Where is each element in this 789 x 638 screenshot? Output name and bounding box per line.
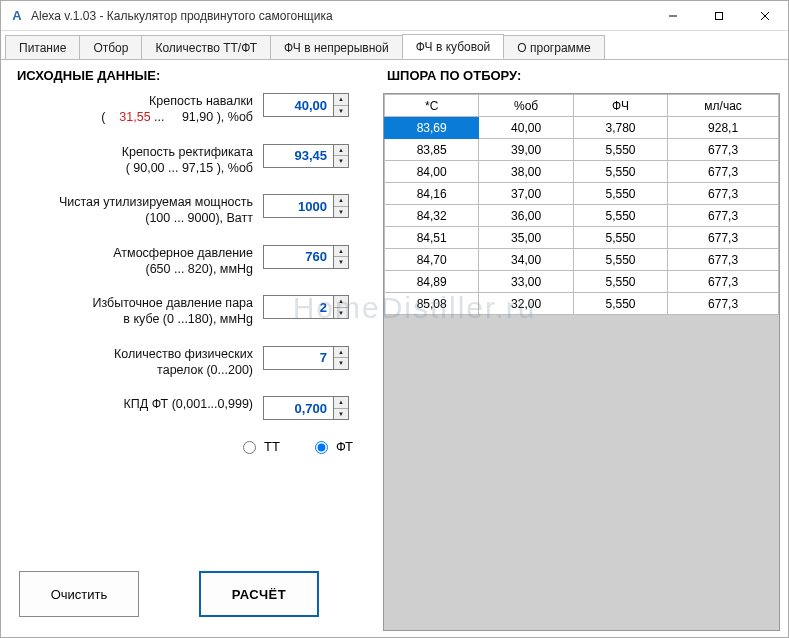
table-row[interactable]: 83,6940,003,780928,1	[385, 117, 779, 139]
tab-selection[interactable]: Отбор	[79, 35, 142, 59]
input-panel: ИСХОДНЫЕ ДАННЫЕ: Крепость навалки ( 31,5…	[13, 68, 383, 631]
table-row[interactable]: 85,0832,005,550677,3	[385, 293, 779, 315]
spin-up-icon[interactable]: ▲	[334, 94, 348, 106]
spin-down-icon[interactable]: ▼	[334, 156, 348, 167]
spin-down-icon[interactable]: ▼	[334, 409, 348, 420]
table-row[interactable]: 83,8539,005,550677,3	[385, 139, 779, 161]
input-atm-pressure[interactable]	[263, 245, 333, 269]
spin-down-icon[interactable]: ▼	[334, 358, 348, 369]
table-cell: 5,550	[573, 139, 667, 161]
table-row[interactable]: 84,1637,005,550677,3	[385, 183, 779, 205]
field-atm-pressure: Атмосферное давление (650 ... 820), ммHg…	[13, 245, 383, 278]
spin-down-icon[interactable]: ▼	[334, 308, 348, 319]
table-cell: 5,550	[573, 293, 667, 315]
tab-power[interactable]: Питание	[5, 35, 80, 59]
field-strength-rect: Крепость ректификата ( 90,00 ... 97,15 )…	[13, 144, 383, 177]
table-cell: 677,3	[668, 183, 779, 205]
input-heading: ИСХОДНЫЕ ДАННЫЕ:	[17, 68, 383, 83]
window-controls	[650, 1, 788, 30]
svg-rect-1	[716, 12, 723, 19]
col-temp[interactable]: *C	[385, 95, 479, 117]
table-cell: 33,00	[479, 271, 573, 293]
tab-fch-continuous[interactable]: ФЧ в непрерывной	[270, 35, 403, 59]
table-cell: 83,69	[385, 117, 479, 139]
table-cell: 40,00	[479, 117, 573, 139]
col-mlhr[interactable]: мл/час	[668, 95, 779, 117]
input-strength-rect[interactable]	[263, 144, 333, 168]
table-cell: 5,550	[573, 183, 667, 205]
label-strength-wash: Крепость навалки ( 31,55 ... 91,90 ), %о…	[13, 93, 263, 126]
spin-up-icon[interactable]: ▲	[334, 347, 348, 359]
table-cell: 35,00	[479, 227, 573, 249]
radio-tt[interactable]: ТТ	[238, 438, 280, 454]
app-icon: A	[9, 8, 25, 24]
label-atm-pressure: Атмосферное давление (650 ... 820), ммHg	[13, 245, 263, 278]
table-cell: 677,3	[668, 249, 779, 271]
table-cell: 677,3	[668, 271, 779, 293]
result-table: *C %об ФЧ мл/час 83,6940,003,780928,183,…	[384, 94, 779, 315]
table-row[interactable]: 84,8933,005,550677,3	[385, 271, 779, 293]
table-cell: 84,00	[385, 161, 479, 183]
col-volpct[interactable]: %об	[479, 95, 573, 117]
table-cell: 32,00	[479, 293, 573, 315]
tab-fch-cube[interactable]: ФЧ в кубовой	[402, 34, 505, 59]
tab-count-tt-ft[interactable]: Количество ТТ/ФТ	[141, 35, 271, 59]
table-cell: 928,1	[668, 117, 779, 139]
table-row[interactable]: 84,3236,005,550677,3	[385, 205, 779, 227]
window-title: Alexa v.1.03 - Калькулятор продвинутого …	[31, 9, 650, 23]
table-row[interactable]: 84,5135,005,550677,3	[385, 227, 779, 249]
spin-up-icon[interactable]: ▲	[334, 296, 348, 308]
label-strength-rect: Крепость ректификата ( 90,00 ... 97,15 )…	[13, 144, 263, 177]
calc-button[interactable]: РАСЧЁТ	[199, 571, 319, 617]
maximize-button[interactable]	[696, 1, 742, 30]
table-empty-area	[384, 315, 779, 631]
radio-ft[interactable]: ФТ	[310, 438, 353, 454]
table-header-row: *C %об ФЧ мл/час	[385, 95, 779, 117]
result-table-wrap[interactable]: *C %об ФЧ мл/час 83,6940,003,780928,183,…	[383, 93, 780, 631]
input-plates[interactable]	[263, 346, 333, 370]
titlebar: A Alexa v.1.03 - Калькулятор продвинутог…	[1, 1, 788, 31]
field-power: Чистая утилизируемая мощность (100 ... 9…	[13, 194, 383, 227]
table-cell: 5,550	[573, 227, 667, 249]
spin-down-icon[interactable]: ▼	[334, 106, 348, 117]
table-cell: 677,3	[668, 205, 779, 227]
table-row[interactable]: 84,7034,005,550677,3	[385, 249, 779, 271]
clear-button[interactable]: Очистить	[19, 571, 139, 617]
col-fch[interactable]: ФЧ	[573, 95, 667, 117]
spin-up-icon[interactable]: ▲	[334, 246, 348, 258]
tab-about[interactable]: О программе	[503, 35, 604, 59]
table-cell: 677,3	[668, 139, 779, 161]
input-power[interactable]	[263, 194, 333, 218]
table-row[interactable]: 84,0038,005,550677,3	[385, 161, 779, 183]
table-cell: 84,51	[385, 227, 479, 249]
field-kpd: КПД ФТ (0,001...0,999) ▲▼	[13, 396, 383, 420]
radio-ft-label: ФТ	[336, 439, 353, 454]
spin-up-icon[interactable]: ▲	[334, 397, 348, 409]
spin-up-icon[interactable]: ▲	[334, 145, 348, 157]
result-heading: ШПОРА ПО ОТБОРУ:	[387, 68, 782, 83]
input-kpd[interactable]	[263, 396, 333, 420]
spin-up-icon[interactable]: ▲	[334, 195, 348, 207]
table-cell: 677,3	[668, 227, 779, 249]
input-overpressure[interactable]	[263, 295, 333, 319]
plate-type-radio-group: ТТ ФТ	[13, 438, 383, 454]
radio-ft-input[interactable]	[315, 441, 328, 454]
table-cell: 34,00	[479, 249, 573, 271]
result-panel: ШПОРА ПО ОТБОРУ: *C %об ФЧ мл/час 83,694…	[383, 68, 782, 631]
table-cell: 38,00	[479, 161, 573, 183]
minimize-button[interactable]	[650, 1, 696, 30]
tab-strip: Питание Отбор Количество ТТ/ФТ ФЧ в непр…	[1, 31, 788, 59]
table-cell: 3,780	[573, 117, 667, 139]
close-button[interactable]	[742, 1, 788, 30]
spin-down-icon[interactable]: ▼	[334, 257, 348, 268]
table-cell: 85,08	[385, 293, 479, 315]
field-plates: Количество физических тарелок (0...200) …	[13, 346, 383, 379]
table-cell: 84,16	[385, 183, 479, 205]
table-cell: 5,550	[573, 249, 667, 271]
input-strength-wash[interactable]	[263, 93, 333, 117]
radio-tt-input[interactable]	[243, 441, 256, 454]
spin-down-icon[interactable]: ▼	[334, 207, 348, 218]
table-cell: 84,70	[385, 249, 479, 271]
field-strength-wash: Крепость навалки ( 31,55 ... 91,90 ), %о…	[13, 93, 383, 126]
table-cell: 84,32	[385, 205, 479, 227]
